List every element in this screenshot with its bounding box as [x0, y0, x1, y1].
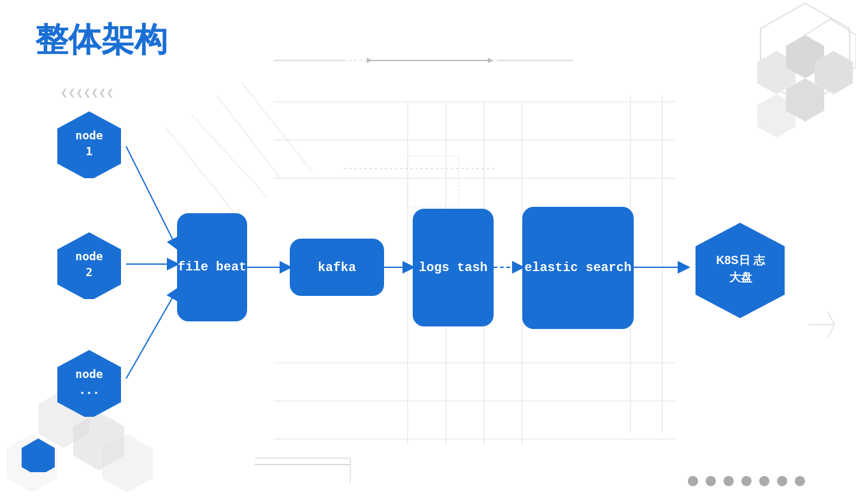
- node2-hex: node 2: [51, 229, 127, 299]
- elasticsearch-box: elastic search: [522, 207, 634, 329]
- small-blue-hex: [19, 437, 57, 472]
- svg-rect-5: [408, 156, 459, 207]
- svg-line-29: [828, 312, 834, 325]
- node2-label: node 2: [70, 248, 108, 280]
- svg-line-7: [242, 83, 312, 172]
- node-dots-label: node ...: [70, 366, 108, 398]
- dot-4[interactable]: [741, 476, 752, 486]
- filebeat-box: file beat: [177, 213, 247, 321]
- dot-5[interactable]: [759, 476, 769, 486]
- kafka-box: kafka: [290, 239, 384, 296]
- node1-label: node 1: [70, 127, 108, 159]
- pagination-dots: [688, 476, 805, 486]
- deco-hexagons-top-right: [678, 0, 856, 191]
- svg-marker-42: [22, 438, 55, 472]
- svg-line-43: [126, 146, 177, 248]
- svg-line-8: [191, 115, 268, 197]
- k8s-hex: K8S日 志大盘: [688, 220, 793, 318]
- dot-1[interactable]: [688, 476, 698, 486]
- dot-6[interactable]: [777, 476, 787, 486]
- k8s-label: K8S日 志大盘: [714, 252, 767, 286]
- svg-text:❮❮❮❮❮❮❮: ❮❮❮❮❮❮❮: [61, 87, 114, 98]
- dot-7[interactable]: [795, 476, 805, 486]
- dot-2[interactable]: [706, 476, 716, 486]
- node1-hex: node 1: [51, 108, 127, 178]
- svg-line-30: [828, 325, 834, 337]
- svg-line-9: [166, 127, 242, 223]
- dot-3[interactable]: [724, 476, 734, 486]
- svg-line-6: [217, 95, 280, 178]
- node-dots-hex: node ...: [51, 347, 127, 417]
- page-title: 整体架构: [35, 18, 168, 62]
- logstash-box: logs tash: [413, 209, 494, 326]
